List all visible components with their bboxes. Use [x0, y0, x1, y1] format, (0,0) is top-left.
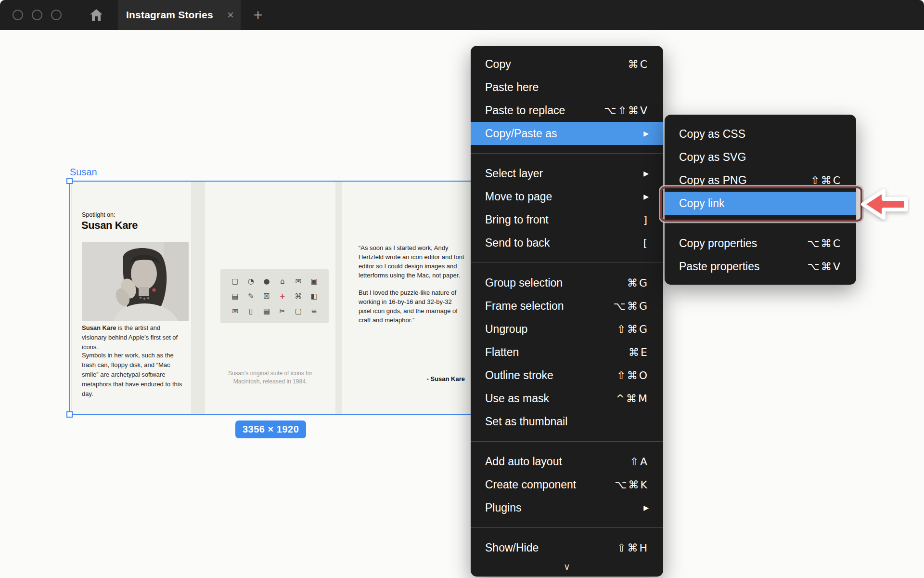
menu-item-add-auto-layout[interactable]: Add auto layout⇧A: [471, 450, 663, 473]
image-caption: Susan’s original suite of icons for Maci…: [205, 369, 335, 386]
menu-item-set-as-thumbnail[interactable]: Set as thumbnail: [471, 410, 663, 433]
menu-item-shortcut: ⌥⌘V: [808, 261, 842, 273]
menu-item-flatten[interactable]: Flatten⌘E: [471, 341, 663, 364]
menu-item-label: Group selection: [485, 276, 627, 289]
menu-item-copy-as-css[interactable]: Copy as CSS: [665, 122, 856, 145]
menu-item-use-as-mask[interactable]: Use as mask^⌘M: [471, 387, 663, 410]
menu-item-shortcut: ]: [643, 214, 649, 226]
submenu-arrow-icon: ▶: [643, 193, 649, 200]
menu-item-copy-as-svg[interactable]: Copy as SVG: [665, 145, 856, 169]
menu-item-label: Ungroup: [485, 323, 617, 336]
frame-susan[interactable]: Spotlight on: Susan Kare: [71, 182, 475, 414]
quote-paragraph: But I loved the puzzle-like nature of wo…: [359, 288, 465, 325]
scissors-icon: ✂: [280, 307, 286, 315]
menu-item-label: Copy as SVG: [679, 151, 842, 164]
page-icon: ▯: [249, 307, 253, 315]
menu-item-ungroup[interactable]: Ungroup⇧⌘G: [471, 317, 663, 341]
dimension-badge: 3356 × 1920: [235, 420, 306, 438]
menu-item-label: Create component: [485, 478, 615, 491]
menu-item-label: Bring to front: [485, 213, 643, 226]
quote-attribution: - Susan Kare: [427, 375, 465, 382]
menu-item-copy-properties[interactable]: Copy properties⌥⌘C: [665, 232, 856, 255]
menu-divider: [471, 441, 663, 442]
menu-item-label: Frame selection: [485, 300, 614, 313]
menu-item-shortcut: [: [643, 237, 649, 249]
home-button[interactable]: [87, 0, 106, 30]
menu-item-label: Paste properties: [679, 260, 808, 273]
card-eyebrow: Spotlight on:: [82, 211, 116, 218]
menu-item-label: Copy: [485, 58, 628, 71]
menu-item-label: Outline stroke: [485, 369, 616, 382]
menu-item-copy-as-png[interactable]: Copy as PNG⇧⌘C: [665, 169, 856, 192]
toolbar: Instagram Stories × +: [0, 0, 924, 30]
printed-document-icon: ▤: [231, 292, 238, 301]
menu-scroll-more[interactable]: ∨: [471, 559, 663, 574]
window-control-circle[interactable]: [13, 10, 23, 20]
menu-item-label: Flatten: [485, 346, 629, 359]
menu-item-shortcut: ⌘E: [629, 346, 649, 358]
menu-item-paste-properties[interactable]: Paste properties⌥⌘V: [665, 255, 856, 278]
canvas[interactable]: Susan Spotlight on: Susan Kare: [0, 30, 924, 578]
selection-handle-bottom-left[interactable]: [66, 411, 73, 418]
floppy-disk-icon: ▣: [310, 277, 317, 286]
marker-icon: ✎: [248, 292, 254, 301]
menu-item-paste-to-replace[interactable]: Paste to replace⌥⇧⌘V: [471, 99, 663, 122]
story-card-icons[interactable]: ▢◔●⌂✉▣▤✎☒+⌘◧✉▯▦✂▢≡ Susan’s original suit…: [205, 182, 335, 414]
menu-item-shortcut: ⇧⌘H: [617, 542, 649, 554]
story-card-spotlight[interactable]: Spotlight on: Susan Kare: [72, 182, 191, 414]
book-icon: ◧: [310, 292, 317, 301]
classic-mac-icon: ▢: [231, 277, 238, 286]
menu-item-create-component[interactable]: Create component⌥⌘K: [471, 473, 663, 496]
submenu-arrow-icon: ▶: [643, 170, 649, 177]
story-card-quote[interactable]: “As soon as I started work, Andy Hertzfe…: [342, 182, 475, 414]
menu-divider: [471, 153, 663, 154]
menu-item-outline-stroke[interactable]: Outline stroke⇧⌘O: [471, 364, 663, 387]
red-cross-icon: +: [280, 292, 286, 301]
frame-label[interactable]: Susan: [70, 167, 97, 178]
menu-item-shortcut: ⇧⌘C: [810, 174, 842, 186]
menu-item-move-to-page[interactable]: Move to page▶: [471, 185, 663, 208]
menu-item-send-to-back[interactable]: Send to back[: [471, 231, 663, 254]
menu-item-copy[interactable]: Copy⌘C: [471, 53, 663, 76]
menu-item-plugins[interactable]: Plugins▶: [471, 496, 663, 519]
window-controls: [13, 0, 62, 30]
menu-item-shortcut: ⌥⌘C: [807, 237, 842, 250]
menu-item-shortcut: ⌥⌘G: [614, 300, 649, 312]
briefcase-icon: ⌂: [280, 277, 285, 286]
card-body-paragraph: Symbols in her work, such as the trash c…: [82, 351, 187, 399]
window-control-circle[interactable]: [32, 10, 42, 20]
tab-instagram-stories[interactable]: Instagram Stories ×: [118, 0, 241, 30]
menu-item-label: Copy properties: [679, 237, 807, 250]
menu-item-group-selection[interactable]: Group selection⌘G: [471, 271, 663, 294]
chevron-down-icon: ∨: [564, 561, 570, 572]
menu-item-bring-to-front[interactable]: Bring to front]: [471, 208, 663, 231]
home-icon: [90, 9, 103, 21]
stack-icon: ≡: [311, 307, 317, 315]
menu-item-label: Select layer: [485, 167, 638, 180]
tab-close-icon[interactable]: ×: [227, 9, 234, 21]
selection-handle-top-left[interactable]: [66, 178, 73, 184]
icon-suite-panel: ▢◔●⌂✉▣▤✎☒+⌘◧✉▯▦✂▢≡: [220, 269, 329, 323]
menu-item-label: Use as mask: [485, 392, 616, 405]
context-menu: Copy⌘CPaste herePaste to replace⌥⇧⌘VCopy…: [471, 46, 663, 577]
menu-item-select-layer[interactable]: Select layer▶: [471, 162, 663, 185]
copy-paste-submenu: Copy as CSSCopy as SVGCopy as PNG⇧⌘CCopy…: [665, 115, 856, 285]
bold-name: Susan Kare: [82, 324, 116, 331]
menu-item-frame-selection[interactable]: Frame selection⌥⌘G: [471, 294, 663, 317]
menu-item-label: Paste here: [485, 81, 649, 94]
plus-icon: +: [254, 6, 263, 24]
figma-window: { "window": { "tab": { "title": "Instagr…: [0, 0, 924, 578]
new-tab-button[interactable]: +: [246, 0, 270, 30]
menu-item-show-hide[interactable]: Show/Hide⇧⌘H: [471, 536, 663, 559]
menu-divider: [471, 527, 663, 528]
menu-item-copy-paste-as[interactable]: Copy/Paste as▶: [471, 122, 663, 145]
paint-tools-icon: ▦: [263, 307, 270, 315]
menu-item-shortcut: ⌘C: [628, 58, 649, 70]
menu-item-shortcut: ⌥⌘K: [615, 479, 649, 491]
menu-item-label: Send to back: [485, 236, 643, 250]
caption-line: Susan’s original suite of icons for: [205, 369, 335, 378]
window-control-circle[interactable]: [51, 10, 62, 20]
menu-item-copy-link[interactable]: Copy link: [665, 192, 856, 215]
menu-item-paste-here[interactable]: Paste here: [471, 76, 663, 99]
clipboard-icon: ▢: [295, 307, 302, 315]
